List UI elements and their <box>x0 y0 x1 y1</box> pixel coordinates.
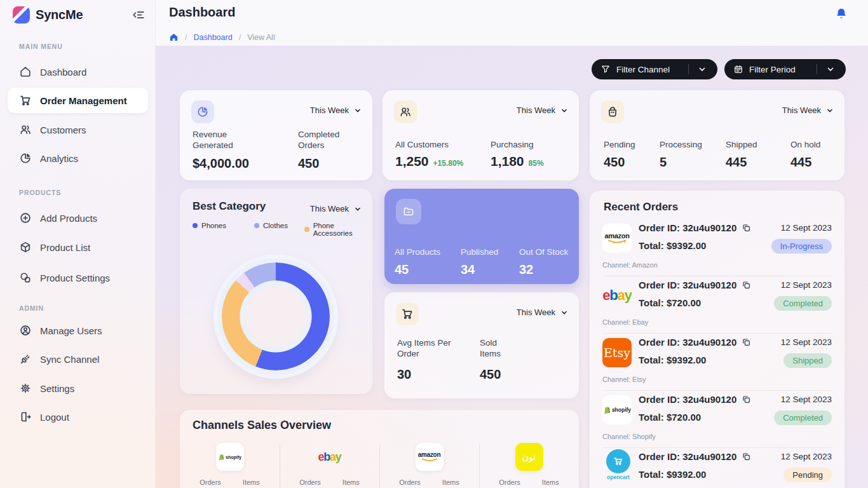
all-customers-delta: +15.80% <box>433 159 464 168</box>
plug-icon <box>19 353 32 365</box>
chevron-down-icon <box>353 106 362 115</box>
filter-channel-button[interactable]: Filter Channel <box>592 59 717 79</box>
channels-overview-card: Channels Sales Overview shopify Orders I… <box>180 410 579 488</box>
sidebar-item-product-settings[interactable]: Product Settings <box>8 265 148 290</box>
best-category-card: Best Category This Week Phones Clothes P… <box>180 189 372 394</box>
divider <box>602 333 832 334</box>
dashboard-content: Filter Channel Filter Period This Week R… <box>156 46 868 488</box>
sidebar-item-label: Manage Users <box>40 325 102 336</box>
funnel-icon <box>600 64 611 74</box>
filter-channel-label: Filter Channel <box>616 65 670 74</box>
filter-period-button[interactable]: Filter Period <box>724 59 846 79</box>
order-channel: Channel: Ebay <box>602 318 648 326</box>
etsy-logo: Etsy <box>602 338 632 367</box>
order-channel: Channel: Etsy <box>602 376 646 383</box>
app-logo: SyncMe <box>13 6 83 24</box>
out-of-stock-value: 32 <box>519 262 533 277</box>
completed-orders-value: 450 <box>298 156 319 171</box>
ebay-logo: ebay <box>602 281 632 310</box>
purchasing-delta: 85% <box>529 159 544 168</box>
period-label: This Week <box>782 105 821 115</box>
chevron-down-icon <box>560 106 569 115</box>
chevron-down-icon <box>825 106 834 115</box>
sold-items-value: 450 <box>480 367 501 382</box>
items-period-dropdown[interactable]: This Week <box>517 308 569 317</box>
sidebar-item-product-list[interactable]: Product List <box>8 234 148 260</box>
order-date: 12 Sept 2023 <box>781 280 832 290</box>
period-label: This Week <box>517 308 555 317</box>
sidebar-item-sync-channel[interactable]: Sync Channel <box>8 346 148 372</box>
sidebar-item-label: Dashboard <box>40 67 86 78</box>
items-label: Items <box>243 478 260 486</box>
status-badge: Pending <box>783 468 832 482</box>
order-row-shopify: shopify Order ID: 32u4u90120 Total: $720… <box>590 394 844 451</box>
calendar-icon <box>733 64 743 74</box>
divider <box>602 276 832 276</box>
order-id: Order ID: 32u4u90120 <box>639 337 736 348</box>
breadcrumb-home-icon[interactable] <box>169 32 179 42</box>
sidebar-item-settings[interactable]: Settings <box>8 376 148 401</box>
revenue-period-dropdown[interactable]: This Week <box>310 105 362 115</box>
chevron-down-icon <box>695 64 710 74</box>
sidebar-collapse-icon[interactable] <box>131 8 146 23</box>
status-badge: Completed <box>774 296 832 311</box>
sidebar-item-dashboard[interactable]: Dashboard <box>8 59 148 85</box>
customers-period-dropdown[interactable]: This Week <box>517 105 569 115</box>
order-total: Total: $720.00 <box>639 412 701 423</box>
sidebar-item-manage-users[interactable]: Manage Users <box>8 318 148 343</box>
items-label: Items <box>342 478 360 486</box>
channel-metrics-amazon: Orders Items <box>379 478 479 486</box>
amazon-logo: amazon <box>602 224 632 253</box>
channel-metrics-shopify: Orders Items <box>180 478 280 486</box>
sidebar-item-add-products[interactable]: Add Products <box>8 205 148 231</box>
breadcrumb: / Dashboard / View All <box>169 32 275 42</box>
gear-icon <box>19 382 32 395</box>
avg-items-per-order-value: 30 <box>397 367 411 382</box>
shopify-logo: shopify <box>216 443 244 471</box>
sidebar-item-order-management[interactable]: Order Management <box>8 88 148 113</box>
breadcrumb-dashboard-link[interactable]: Dashboard <box>193 33 232 42</box>
copy-icon[interactable] <box>742 337 751 347</box>
sidebar-item-analytics[interactable]: Analytics <box>8 146 148 171</box>
order-row-amazon: amazon Order ID: 32u4u90120 Total: $9392… <box>590 222 844 280</box>
legend-item-phones: Phones <box>193 222 226 229</box>
app-name: SyncMe <box>36 8 83 22</box>
order-status-period-dropdown[interactable]: This Week <box>782 105 834 115</box>
chevron-down-icon <box>823 64 838 74</box>
cube-icon <box>19 241 32 254</box>
sidebar-item-logout[interactable]: Logout <box>8 404 148 430</box>
shipped-label: Shipped <box>726 140 757 151</box>
sidebar-item-label: Customers <box>40 125 86 135</box>
order-channel: Channel: Amazon <box>602 261 658 269</box>
order-id: Order ID: 32u4u90120 <box>639 451 736 462</box>
copy-icon[interactable] <box>742 452 751 461</box>
legend-dot <box>193 223 198 228</box>
order-date: 12 Sept 2023 <box>781 337 832 347</box>
order-status-card: This Week Pending 450 Processing 5 Shipp… <box>590 90 844 180</box>
revenue-generated-label: Revenue Generated <box>193 130 262 151</box>
order-row-opencart: opencart Order ID: 32u4u90120 Total: $93… <box>590 451 844 488</box>
order-date: 12 Sept 2023 <box>781 223 832 233</box>
shopping-bag-icon <box>601 100 624 123</box>
breadcrumb-separator: / <box>185 33 187 42</box>
best-category-period-dropdown[interactable]: This Week <box>310 204 362 214</box>
orders-label: Orders <box>399 478 421 486</box>
copy-icon[interactable] <box>742 395 751 404</box>
notifications-bell-icon[interactable] <box>834 7 848 21</box>
copy-icon[interactable] <box>742 223 751 233</box>
chevron-down-icon <box>560 308 569 317</box>
shopify-logo: shopify <box>602 395 632 424</box>
channel-metrics-ebay: Orders Items <box>280 478 379 486</box>
revenue-card: This Week Revenue Generated $4,000.00 Co… <box>180 90 372 180</box>
pie-chart-icon <box>191 100 214 123</box>
amazon-logo: amazon <box>416 443 444 471</box>
legend-dot <box>304 227 309 232</box>
sidebar-item-customers[interactable]: Customers <box>8 117 148 142</box>
best-category-title: Best Category <box>193 200 266 213</box>
products-summary-card: All Products 45 Published 34 Out Of Stoc… <box>384 189 579 284</box>
copy-icon[interactable] <box>742 280 751 290</box>
chevron-down-icon <box>353 205 362 214</box>
sidebar-item-label: Logout <box>40 412 69 423</box>
legend-item-phone-accessories: Phone Accessories <box>304 222 372 237</box>
legend-label: Phones <box>201 222 226 229</box>
